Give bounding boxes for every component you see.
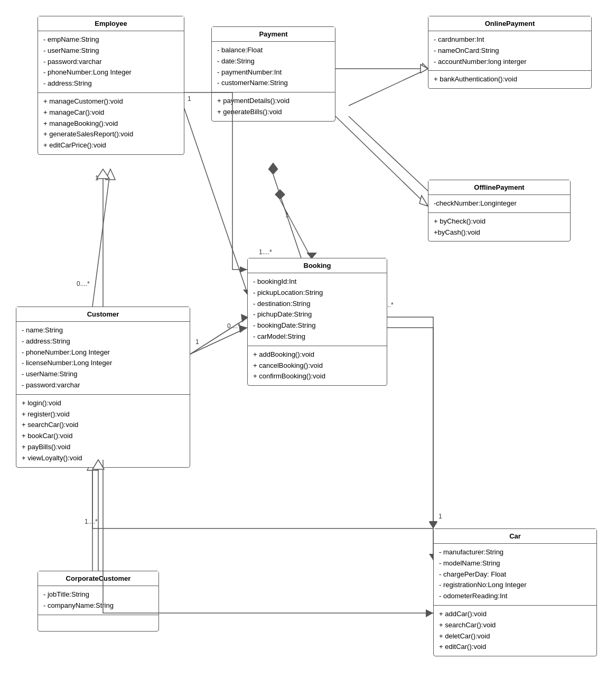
mult-payment-booking-left: 1....* [259, 248, 272, 256]
corporate-customer-methods [38, 615, 158, 631]
svg-marker-19 [240, 266, 247, 273]
svg-marker-29 [426, 609, 433, 617]
svg-marker-3 [106, 169, 115, 180]
online-payment-methods: + bankAuthentication():void [428, 71, 591, 88]
car-title: Car [434, 529, 596, 544]
customer-methods: + login():void + register():void + searc… [16, 395, 190, 467]
employee-title: Employee [38, 16, 184, 31]
customer-title: Customer [16, 307, 190, 322]
corporate-customer-title: CorporateCustomer [38, 571, 158, 586]
car-methods: + addCar():void + searchCar():void + del… [434, 606, 596, 656]
offline-payment-methods: + byCheck():void +byCash():void [428, 213, 570, 242]
payment-attributes: - balance:Float - date:String - paymentN… [212, 42, 335, 92]
mult-customer-car-left: 1....* [85, 518, 98, 525]
booking-class: Booking - bookingId:Int - pickupLocation… [247, 258, 387, 386]
mult-payment-booking-right: 1 [285, 211, 289, 219]
offline-payment-class: OfflinePayment -checkNumber:Longinteger … [428, 180, 571, 242]
svg-line-2 [92, 169, 110, 307]
car-attributes: - manufacturer:String - modelName:String… [434, 544, 596, 606]
employee-class: Employee - empName:String - userName:Str… [38, 16, 184, 155]
svg-marker-25 [421, 64, 428, 73]
svg-line-8 [280, 200, 312, 259]
mult-booking-car-right: 1 [438, 513, 442, 520]
svg-line-26 [335, 116, 428, 206]
booking-methods: + addBooking():void + cancelBooking():vo… [248, 346, 387, 385]
svg-marker-9 [275, 189, 285, 200]
customer-class: Customer - name:String - address:String … [16, 307, 190, 468]
payment-title: Payment [212, 27, 335, 42]
online-payment-class: OnlinePayment - cardnumber:Int - nameOnC… [428, 16, 592, 89]
svg-line-11 [349, 69, 428, 106]
booking-title: Booking [248, 258, 387, 273]
employee-attributes: - empName:String - userName:String - pas… [38, 31, 184, 93]
mult-emp-customer: 0....* [77, 280, 90, 287]
svg-marker-12 [421, 63, 428, 72]
svg-line-13 [349, 116, 438, 201]
mult-emp-left: 1 [95, 174, 99, 182]
mult-customer-booking-left: 1 [195, 338, 199, 346]
payment-class: Payment - balance:Float - date:String - … [211, 26, 335, 122]
payment-methods: + paymentDetails():void + generateBills(… [212, 92, 335, 121]
corporate-customer-attributes: - jobTitle:String - companyName:String [38, 586, 158, 615]
offline-payment-title: OfflinePayment [428, 180, 570, 195]
online-payment-title: OnlinePayment [428, 16, 591, 31]
corporate-customer-class: CorporateCustomer - jobTitle:String - co… [38, 571, 159, 632]
svg-marker-23 [268, 163, 278, 174]
mult-customer-booking-right: 0....* [227, 322, 240, 330]
svg-line-0 [183, 106, 248, 296]
employee-methods: + manageCustomer():void + manageCar():vo… [38, 93, 184, 154]
offline-payment-attributes: -checkNumber:Longinteger [428, 195, 570, 213]
svg-marker-7 [429, 522, 437, 528]
booking-attributes: - bookingId:Int - pickupLocation:String … [248, 273, 387, 346]
customer-attributes: - name:String - address:String - phoneNu… [16, 322, 190, 395]
svg-marker-27 [419, 196, 428, 206]
online-payment-attributes: - cardnumber:Int - nameOnCard:String - a… [428, 31, 591, 71]
mult-emp-right: 1 [188, 95, 191, 103]
svg-marker-28 [429, 521, 437, 528]
car-class: Car - manufacturer:String - modelName:St… [433, 528, 597, 656]
